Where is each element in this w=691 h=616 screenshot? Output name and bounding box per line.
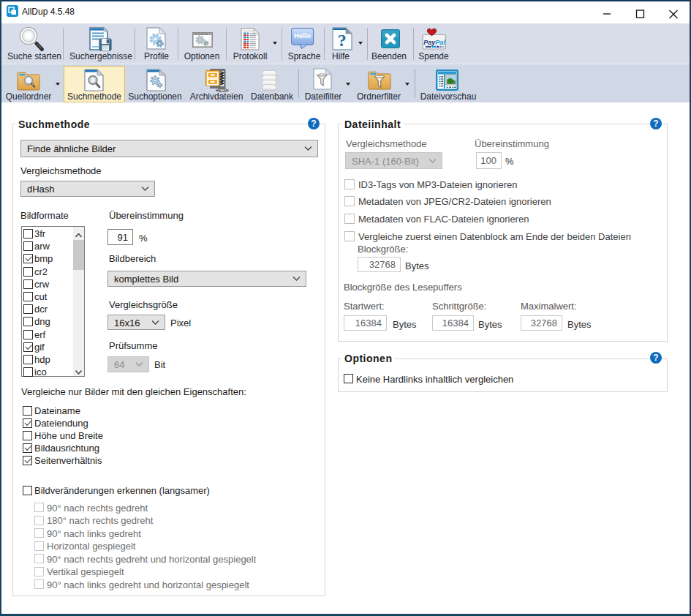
svg-text:?: ?	[338, 31, 347, 50]
svg-text:PayPal: PayPal	[423, 39, 445, 46]
svg-text:Hello: Hello	[294, 31, 311, 40]
